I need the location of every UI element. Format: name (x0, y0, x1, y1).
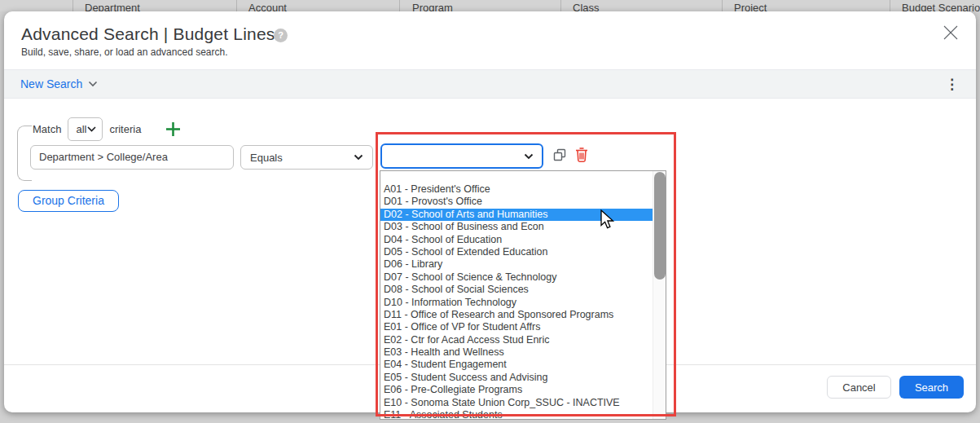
dropdown-list: A01 - President's OfficeD01 - Provost's … (380, 170, 666, 420)
chevron-down-icon (354, 154, 363, 161)
dropdown-option[interactable]: E10 - Sonoma State Union Corp_SSUC - INA… (380, 397, 666, 409)
column-separator (890, 0, 890, 11)
match-label: Match (33, 123, 61, 135)
kebab-menu-icon[interactable]: ⋮ (945, 74, 959, 95)
dropdown-option[interactable]: E04 - Student Engagement (380, 359, 666, 371)
scrollbar-thumb[interactable] (654, 172, 666, 280)
add-criteria-icon[interactable] (165, 121, 181, 137)
dropdown-option[interactable]: D07 - School of Science & Technology (380, 271, 666, 284)
background-column-header: Account (248, 2, 287, 11)
cancel-button[interactable]: Cancel (827, 376, 891, 399)
background-column-header: Class (573, 2, 600, 11)
operator-value: Equals (250, 152, 283, 164)
background-table-header: DepartmentAccountProgramClassProjectBudg… (0, 0, 980, 11)
dropdown-option[interactable]: E11 - Associated Students (380, 409, 666, 420)
dropdown-option[interactable]: D11 - Office of Research and Sponsored P… (380, 309, 666, 321)
chevron-down-icon (88, 81, 98, 87)
modal-subtitle: Build, save, share, or load an advanced … (21, 46, 228, 58)
dropdown-option[interactable]: A01 - President's Office (380, 183, 666, 196)
dropdown-option[interactable]: D08 - School of Social Sciences (380, 284, 666, 296)
criteria-value-select[interactable] (380, 143, 543, 169)
delete-criteria-icon[interactable] (573, 146, 590, 166)
dropdown-option[interactable]: D03 - School of Business and Econ (380, 221, 666, 233)
chevron-down-icon (524, 153, 534, 160)
close-icon[interactable] (942, 24, 960, 42)
match-row: Match all criteria (33, 117, 181, 141)
dropdown-option[interactable]: D10 - Information Technology (380, 297, 666, 309)
dropdown-option[interactable]: E02 - Ctr for Acad Access Stud Enric (380, 334, 666, 346)
column-separator (236, 0, 237, 11)
new-search-label: New Search (20, 77, 82, 90)
background-column-header: Budget Scenario (902, 2, 980, 11)
modal-title: Advanced Search | Budget Lines (21, 24, 275, 44)
new-search-menu[interactable]: New Search (20, 77, 98, 90)
modal-header: Advanced Search | Budget Lines ? Build, … (4, 11, 976, 69)
background-column-header: Program (412, 2, 453, 11)
column-separator (722, 0, 723, 11)
dropdown-options: A01 - President's OfficeD01 - Provost's … (380, 171, 666, 420)
dropdown-scrollbar[interactable] (653, 171, 666, 419)
match-mode-select[interactable]: all (68, 117, 103, 141)
dropdown-option[interactable]: D06 - Library (380, 258, 666, 271)
help-icon[interactable]: ? (274, 29, 288, 42)
dropdown-option[interactable]: D04 - School of Education (380, 234, 666, 246)
dropdown-option[interactable]: D05 - School of Extended Education (380, 246, 666, 258)
dropdown-option[interactable]: D01 - Provost's Office (380, 196, 666, 208)
match-mode-value: all (76, 123, 86, 135)
copy-criteria-icon[interactable] (552, 147, 568, 166)
criteria-operator-select[interactable]: Equals (240, 145, 373, 170)
criteria-field-input[interactable]: Department > College/Area (30, 145, 234, 170)
column-separator (73, 0, 73, 11)
dropdown-option[interactable]: E06 - Pre-Collegiate Programs (380, 384, 666, 396)
group-criteria-button[interactable]: Group Criteria (18, 190, 119, 212)
column-separator (560, 0, 561, 11)
background-column-header: Department (85, 2, 140, 11)
search-button[interactable]: Search (899, 376, 964, 399)
column-separator (399, 0, 400, 11)
chevron-down-icon (87, 126, 96, 132)
dropdown-option[interactable]: D02 - School of Arts and Humanities (380, 209, 653, 221)
dropdown-option[interactable]: E01 - Office of VP for Student Affrs (380, 321, 666, 333)
criteria-label: criteria (109, 123, 141, 135)
dropdown-option[interactable]: E03 - Health and Wellness (380, 346, 666, 359)
dropdown-option[interactable]: E05 - Student Success and Advising (380, 372, 666, 384)
search-toolbar: New Search ⋮ (4, 69, 976, 99)
background-column-header: Project (734, 2, 767, 11)
